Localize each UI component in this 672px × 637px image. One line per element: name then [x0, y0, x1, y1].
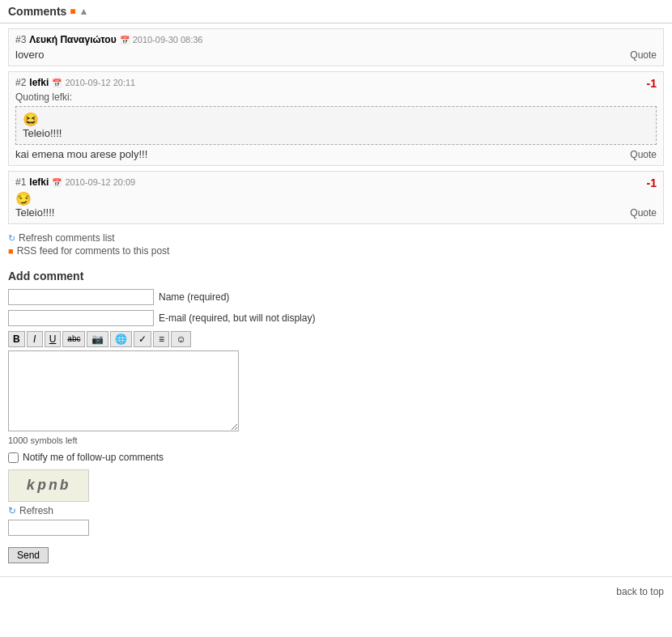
captcha-refresh-label: Refresh — [19, 505, 53, 516]
refresh-icon: ↻ — [8, 233, 15, 244]
comment-2-quote-block: 😆 Teleio!!!! — [15, 106, 657, 145]
check-button[interactable]: ✓ — [134, 331, 151, 347]
comment-3-quote-link[interactable]: Quote — [630, 49, 657, 61]
comment-2-main-text: kai emena mou arese poly!!! — [15, 148, 147, 160]
underline-button[interactable]: U — [45, 331, 62, 347]
comment-2-quote-text: Teleio!!!! — [23, 127, 62, 139]
comments-title: Comments — [8, 5, 66, 18]
notify-checkbox[interactable] — [8, 452, 19, 463]
comment-1-smiley: 😏 — [15, 192, 32, 206]
comment-3-date: 2010-09-30 08:36 — [133, 35, 203, 45]
rss-icon: ■ — [70, 6, 75, 17]
comment-1-body: 😏 Teleio!!!! — [15, 191, 657, 219]
comment-2-date: 2010-09-12 20:11 — [65, 78, 135, 87]
rss-feed-link[interactable]: ■ RSS feed for comments to this post — [8, 245, 664, 257]
comment-3-body: lovero — [15, 49, 657, 61]
comment-3-date-icon: 📅 — [120, 36, 130, 45]
email-row: E-mail (required, but will not display) — [8, 310, 664, 326]
name-label: Name (required) — [159, 291, 229, 303]
send-button[interactable]: Send — [8, 547, 49, 563]
link-button[interactable]: 🌐 — [110, 331, 132, 347]
comment-2-date-icon: 📅 — [52, 79, 62, 87]
up-icon: ▲ — [79, 6, 89, 17]
comment-3: #3 Λευκή Παναγιώτου 📅 2010-09-30 08:36 l… — [8, 28, 664, 66]
email-input[interactable] — [8, 310, 154, 326]
comment-2-num: #2 — [15, 77, 26, 88]
comment-1-date: 2010-09-12 20:09 — [65, 177, 135, 187]
notify-label: Notify me of follow-up comments — [23, 452, 164, 463]
list-button[interactable]: ≡ — [153, 331, 169, 347]
comment-2-vote: -1 — [647, 77, 657, 90]
smiley-button[interactable]: ☺ — [171, 331, 190, 347]
bold-button[interactable]: B — [8, 331, 25, 347]
refresh-comments-label: Refresh comments list — [19, 232, 115, 244]
rss-feed-icon: ■ — [8, 246, 14, 256]
comment-2-author: lefki — [29, 77, 49, 88]
name-row: Name (required) — [8, 289, 664, 305]
name-input[interactable] — [8, 289, 154, 305]
italic-button[interactable]: I — [27, 331, 43, 347]
symbols-left-label: 1000 symbols left — [8, 435, 664, 445]
comment-1-author: lefki — [29, 176, 49, 188]
captcha-image: kpnb — [8, 469, 89, 502]
comment-1: -1 #1 lefki 📅 2010-09-12 20:09 😏 Teleio!… — [8, 171, 664, 224]
comment-2: -1 #2 lefki 📅 2010-09-12 20:11 Quoting l… — [8, 71, 664, 166]
add-comment-section: Add comment Name (required) E-mail (requ… — [0, 265, 672, 568]
comment-2-quote-smiley: 😆 — [23, 113, 39, 126]
comments-footer: ↻ Refresh comments list ■ RSS feed for c… — [0, 229, 672, 265]
strikethrough-button[interactable]: abc — [62, 331, 85, 347]
captcha-text: kpnb — [26, 478, 70, 494]
comment-1-quote-link[interactable]: Quote — [630, 207, 657, 219]
email-label: E-mail (required, but will not display) — [159, 312, 315, 324]
comment-1-vote: -1 — [647, 176, 657, 189]
captcha-section: kpnb ↻ Refresh — [8, 469, 664, 536]
comment-2-quote-label: Quoting lefki: — [15, 91, 657, 103]
captcha-refresh-icon: ↻ — [8, 505, 16, 516]
comment-3-author: Λευκή Παναγιώτου — [29, 34, 116, 45]
rss-feed-label: RSS feed for comments to this post — [17, 245, 170, 257]
comment-3-num: #3 — [15, 34, 26, 45]
comment-2-quote-link[interactable]: Quote — [630, 149, 657, 160]
comment-2-meta: #2 lefki 📅 2010-09-12 20:11 — [15, 77, 657, 88]
editor-toolbar: B I U abc 📷 🌐 ✓ ≡ ☺ — [8, 331, 664, 347]
refresh-comments-link[interactable]: ↻ Refresh comments list — [8, 232, 664, 244]
comment-1-meta: #1 lefki 📅 2010-09-12 20:09 — [15, 176, 657, 188]
add-comment-title: Add comment — [8, 270, 664, 282]
image-button[interactable]: 📷 — [87, 331, 108, 347]
back-to-top-link[interactable]: back to top — [616, 586, 664, 597]
comment-textarea[interactable] — [8, 350, 239, 431]
comment-1-num: #1 — [15, 176, 26, 188]
comment-1-main-text: Teleio!!!! — [15, 206, 54, 219]
captcha-input[interactable] — [8, 520, 89, 536]
comment-2-body: Quoting lefki: 😆 Teleio!!!! kai emena mo… — [15, 91, 657, 160]
comment-1-date-icon: 📅 — [52, 178, 62, 187]
comments-header: Comments ■ ▲ — [0, 0, 672, 23]
notify-row: Notify me of follow-up comments — [8, 452, 664, 463]
back-to-top-row: back to top — [0, 576, 672, 605]
comment-3-meta: #3 Λευκή Παναγιώτου 📅 2010-09-30 08:36 — [15, 34, 657, 45]
captcha-refresh-row[interactable]: ↻ Refresh — [8, 505, 664, 516]
